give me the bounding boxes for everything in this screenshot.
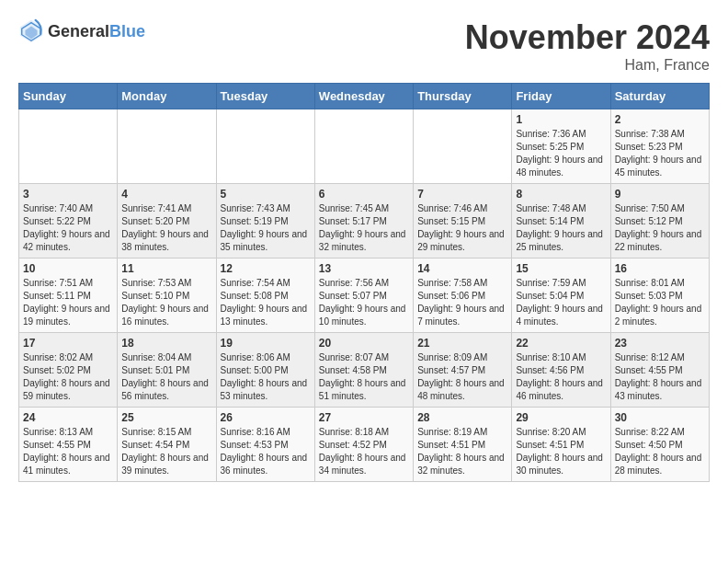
day-info: Sunrise: 8:02 AM Sunset: 5:02 PM Dayligh… <box>23 351 113 403</box>
title-area: November 2024 Ham, France <box>465 18 710 74</box>
calendar-cell: 26Sunrise: 8:16 AM Sunset: 4:53 PM Dayli… <box>216 408 314 482</box>
day-info: Sunrise: 7:51 AM Sunset: 5:11 PM Dayligh… <box>23 277 113 328</box>
day-info: Sunrise: 8:01 AM Sunset: 5:03 PM Dayligh… <box>615 277 705 328</box>
day-info: Sunrise: 8:18 AM Sunset: 4:52 PM Dayligh… <box>319 426 409 477</box>
calendar-cell: 14Sunrise: 7:58 AM Sunset: 5:06 PM Dayli… <box>414 259 512 333</box>
day-number: 3 <box>23 188 113 201</box>
day-number: 27 <box>319 411 409 424</box>
calendar-cell: 3Sunrise: 7:40 AM Sunset: 5:22 PM Daylig… <box>19 184 118 259</box>
day-info: Sunrise: 8:19 AM Sunset: 4:51 PM Dayligh… <box>417 426 507 477</box>
day-info: Sunrise: 7:59 AM Sunset: 5:04 PM Dayligh… <box>516 277 606 328</box>
calendar-table: SundayMondayTuesdayWednesdayThursdayFrid… <box>18 83 710 482</box>
day-number: 24 <box>23 411 113 424</box>
day-number: 25 <box>121 411 211 424</box>
logo-general: General <box>48 22 109 41</box>
day-number: 30 <box>615 411 705 424</box>
logo-blue: Blue <box>109 22 145 41</box>
calendar-cell <box>216 109 314 184</box>
day-info: Sunrise: 7:38 AM Sunset: 5:23 PM Dayligh… <box>615 128 705 179</box>
calendar-cell: 2Sunrise: 7:38 AM Sunset: 5:23 PM Daylig… <box>610 109 709 184</box>
day-number: 13 <box>319 262 409 275</box>
calendar-week-row: 17Sunrise: 8:02 AM Sunset: 5:02 PM Dayli… <box>19 333 710 408</box>
calendar-cell: 28Sunrise: 8:19 AM Sunset: 4:51 PM Dayli… <box>414 408 512 482</box>
day-info: Sunrise: 7:54 AM Sunset: 5:08 PM Dayligh… <box>221 277 311 328</box>
day-number: 9 <box>615 188 705 201</box>
day-header-monday: Monday <box>118 84 216 109</box>
calendar-cell: 25Sunrise: 8:15 AM Sunset: 4:54 PM Dayli… <box>118 408 216 482</box>
day-number: 12 <box>221 262 311 275</box>
calendar-cell: 21Sunrise: 8:09 AM Sunset: 4:57 PM Dayli… <box>414 333 512 408</box>
day-header-wednesday: Wednesday <box>314 84 413 109</box>
day-number: 28 <box>417 411 507 424</box>
calendar-cell: 9Sunrise: 7:50 AM Sunset: 5:12 PM Daylig… <box>610 184 709 259</box>
day-number: 4 <box>121 188 211 201</box>
calendar-header-row: SundayMondayTuesdayWednesdayThursdayFrid… <box>19 84 710 109</box>
day-info: Sunrise: 8:20 AM Sunset: 4:51 PM Dayligh… <box>516 426 606 477</box>
calendar-cell: 11Sunrise: 7:53 AM Sunset: 5:10 PM Dayli… <box>118 259 216 333</box>
day-number: 18 <box>121 337 211 350</box>
day-number: 19 <box>221 337 311 350</box>
calendar-cell: 29Sunrise: 8:20 AM Sunset: 4:51 PM Dayli… <box>512 408 610 482</box>
calendar-cell: 20Sunrise: 8:07 AM Sunset: 4:58 PM Dayli… <box>314 333 413 408</box>
day-number: 5 <box>221 188 311 201</box>
day-header-sunday: Sunday <box>19 84 118 109</box>
day-info: Sunrise: 8:12 AM Sunset: 4:55 PM Dayligh… <box>615 351 705 403</box>
day-number: 17 <box>23 337 113 350</box>
day-number: 20 <box>319 337 409 350</box>
calendar-cell: 23Sunrise: 8:12 AM Sunset: 4:55 PM Dayli… <box>610 333 709 408</box>
calendar-cell: 27Sunrise: 8:18 AM Sunset: 4:52 PM Dayli… <box>314 408 413 482</box>
day-info: Sunrise: 7:56 AM Sunset: 5:07 PM Dayligh… <box>319 277 409 328</box>
calendar-cell: 6Sunrise: 7:45 AM Sunset: 5:17 PM Daylig… <box>314 184 413 259</box>
day-header-thursday: Thursday <box>414 84 512 109</box>
day-info: Sunrise: 8:09 AM Sunset: 4:57 PM Dayligh… <box>417 351 507 403</box>
logo: General Blue <box>18 18 145 44</box>
day-info: Sunrise: 7:40 AM Sunset: 5:22 PM Dayligh… <box>23 202 113 254</box>
month-title: November 2024 <box>465 18 710 57</box>
day-number: 16 <box>615 262 705 275</box>
day-info: Sunrise: 7:41 AM Sunset: 5:20 PM Dayligh… <box>121 202 211 254</box>
calendar-cell: 13Sunrise: 7:56 AM Sunset: 5:07 PM Dayli… <box>314 259 413 333</box>
day-info: Sunrise: 8:10 AM Sunset: 4:56 PM Dayligh… <box>516 351 606 403</box>
day-info: Sunrise: 7:43 AM Sunset: 5:19 PM Dayligh… <box>221 202 311 254</box>
day-header-tuesday: Tuesday <box>216 84 314 109</box>
day-info: Sunrise: 8:06 AM Sunset: 5:00 PM Dayligh… <box>221 351 311 403</box>
calendar-cell: 8Sunrise: 7:48 AM Sunset: 5:14 PM Daylig… <box>512 184 610 259</box>
day-number: 26 <box>221 411 311 424</box>
calendar-cell: 12Sunrise: 7:54 AM Sunset: 5:08 PM Dayli… <box>216 259 314 333</box>
day-header-saturday: Saturday <box>610 84 709 109</box>
day-info: Sunrise: 7:45 AM Sunset: 5:17 PM Dayligh… <box>319 202 409 254</box>
calendar-cell: 24Sunrise: 8:13 AM Sunset: 4:55 PM Dayli… <box>19 408 118 482</box>
day-number: 2 <box>615 113 705 126</box>
day-info: Sunrise: 7:48 AM Sunset: 5:14 PM Dayligh… <box>516 202 606 254</box>
page-header: General Blue November 2024 Ham, France <box>18 18 710 74</box>
day-number: 29 <box>516 411 606 424</box>
calendar-week-row: 10Sunrise: 7:51 AM Sunset: 5:11 PM Dayli… <box>19 259 710 333</box>
day-number: 8 <box>516 188 606 201</box>
location-title: Ham, France <box>465 57 710 74</box>
day-info: Sunrise: 7:53 AM Sunset: 5:10 PM Dayligh… <box>121 277 211 328</box>
calendar-cell: 7Sunrise: 7:46 AM Sunset: 5:15 PM Daylig… <box>414 184 512 259</box>
day-info: Sunrise: 8:16 AM Sunset: 4:53 PM Dayligh… <box>221 426 311 477</box>
day-info: Sunrise: 7:58 AM Sunset: 5:06 PM Dayligh… <box>417 277 507 328</box>
day-info: Sunrise: 8:13 AM Sunset: 4:55 PM Dayligh… <box>23 426 113 477</box>
calendar-cell <box>118 109 216 184</box>
calendar-week-row: 24Sunrise: 8:13 AM Sunset: 4:55 PM Dayli… <box>19 408 710 482</box>
day-number: 23 <box>615 337 705 350</box>
logo-icon <box>18 18 44 44</box>
day-info: Sunrise: 8:22 AM Sunset: 4:50 PM Dayligh… <box>615 426 705 477</box>
calendar-cell: 16Sunrise: 8:01 AM Sunset: 5:03 PM Dayli… <box>610 259 709 333</box>
calendar-cell: 18Sunrise: 8:04 AM Sunset: 5:01 PM Dayli… <box>118 333 216 408</box>
calendar-cell: 1Sunrise: 7:36 AM Sunset: 5:25 PM Daylig… <box>512 109 610 184</box>
day-info: Sunrise: 8:07 AM Sunset: 4:58 PM Dayligh… <box>319 351 409 403</box>
day-header-friday: Friday <box>512 84 610 109</box>
calendar-cell: 15Sunrise: 7:59 AM Sunset: 5:04 PM Dayli… <box>512 259 610 333</box>
calendar-cell: 17Sunrise: 8:02 AM Sunset: 5:02 PM Dayli… <box>19 333 118 408</box>
day-info: Sunrise: 7:50 AM Sunset: 5:12 PM Dayligh… <box>615 202 705 254</box>
day-info: Sunrise: 8:15 AM Sunset: 4:54 PM Dayligh… <box>121 426 211 477</box>
day-info: Sunrise: 7:36 AM Sunset: 5:25 PM Dayligh… <box>516 128 606 179</box>
day-number: 14 <box>417 262 507 275</box>
calendar-cell <box>414 109 512 184</box>
day-number: 22 <box>516 337 606 350</box>
calendar-cell: 4Sunrise: 7:41 AM Sunset: 5:20 PM Daylig… <box>118 184 216 259</box>
calendar-cell: 22Sunrise: 8:10 AM Sunset: 4:56 PM Dayli… <box>512 333 610 408</box>
